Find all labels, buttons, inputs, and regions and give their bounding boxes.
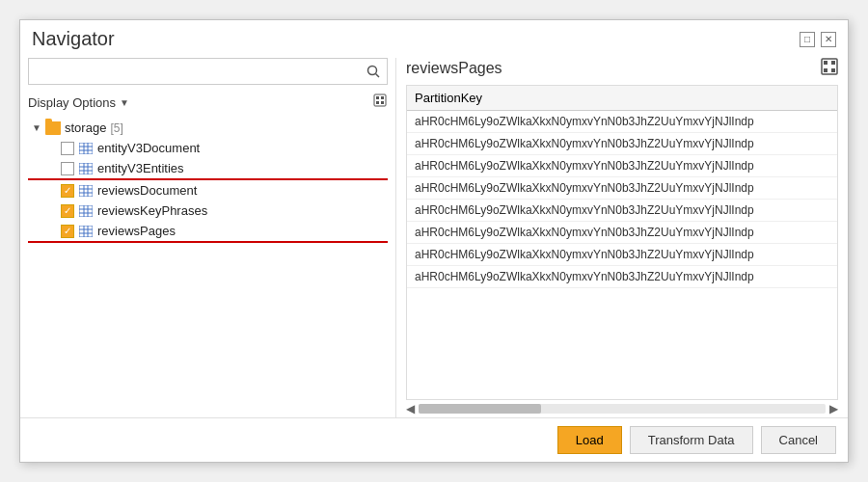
svg-line-1 [376, 74, 380, 78]
table-cell: aHR0cHM6Ly9oZWlkaXkxN0ymxvYnN0b3JhZ2UuYm… [407, 266, 837, 288]
reviewsDocument-label: reviewsDocument [97, 183, 197, 198]
table-cell: aHR0cHM6Ly9oZWlkaXkxN0ymxvYnN0b3JhZ2UuYm… [407, 111, 837, 133]
table-cell: aHR0cHM6Ly9oZWlkaXkxN0ymxvYnN0b3JhZ2UuYm… [407, 222, 837, 244]
table-row[interactable]: aHR0cHM6Ly9oZWlkaXkxN0ymxvYnN0b3JhZ2UuYm… [407, 222, 837, 244]
dialog-title: Navigator [32, 28, 115, 50]
svg-rect-7 [79, 143, 93, 154]
table-cell: aHR0cHM6Ly9oZWlkaXkxN0ymxvYnN0b3JhZ2UuYm… [407, 200, 837, 222]
reviewsKeyPhrases-label: reviewsKeyPhrases [97, 203, 207, 218]
footer: Load Transform Data Cancel [20, 417, 848, 462]
entityV3Entities-label: entityV3Entities [97, 161, 184, 175]
svg-rect-4 [376, 101, 379, 104]
refresh-button[interactable] [372, 93, 388, 112]
display-options-label: Display Options [28, 95, 116, 110]
checkbox-reviewsPages[interactable]: ✓ [61, 225, 74, 238]
reviewsPages-label: reviewsPages [97, 224, 176, 238]
table-icon [78, 142, 94, 155]
checkbox-reviewsKeyPhrases[interactable]: ✓ [61, 204, 74, 218]
table-row[interactable]: aHR0cHM6Ly9oZWlkaXkxN0ymxvYnN0b3JhZ2UuYm… [407, 177, 837, 200]
svg-rect-17 [79, 185, 93, 197]
preview-refresh-button[interactable] [821, 58, 838, 79]
table-icon [78, 225, 94, 238]
load-button[interactable]: Load [557, 426, 622, 454]
preview-refresh-icon [821, 58, 838, 75]
tree-item-reviewsDocument[interactable]: ✓ reviewsDocument [28, 180, 388, 201]
table-icon [78, 204, 94, 218]
search-bar [28, 58, 388, 85]
preview-header: reviewsPages [406, 58, 838, 79]
display-options-button[interactable]: Display Options ▼ [28, 95, 129, 110]
scroll-track[interactable] [419, 404, 826, 414]
title-bar: Navigator □ ✕ [20, 20, 848, 50]
scroll-left-arrow[interactable]: ◀ [406, 402, 415, 415]
svg-rect-3 [376, 96, 379, 99]
svg-rect-6 [381, 101, 384, 104]
search-button[interactable] [360, 58, 387, 85]
table-cell: aHR0cHM6Ly9oZWlkaXkxN0ymxvYnN0b3JhZ2UuYm… [407, 244, 837, 266]
table-row[interactable]: aHR0cHM6Ly9oZWlkaXkxN0ymxvYnN0b3JhZ2UuYm… [407, 111, 837, 133]
tree-item-storage[interactable]: ▼ storage [5] [28, 118, 388, 138]
svg-rect-34 [824, 68, 827, 72]
svg-rect-33 [824, 61, 827, 65]
navigator-dialog: Navigator □ ✕ Display Opti [19, 19, 849, 463]
expand-arrow-icon: ▼ [32, 122, 45, 133]
storage-label: storage [65, 120, 106, 135]
data-table-wrapper[interactable]: PartitionKey aHR0cHM6Ly9oZWlkaXkxN0ymxvY… [406, 85, 838, 400]
table-cell: aHR0cHM6Ly9oZWlkaXkxN0ymxvYnN0b3JhZ2UuYm… [407, 155, 837, 177]
tree-area: ▼ storage [5] [28, 118, 388, 417]
table-cell: aHR0cHM6Ly9oZWlkaXkxN0ymxvYnN0b3JhZ2UuYm… [407, 133, 837, 155]
checkbox-entityV3Document[interactable] [61, 142, 74, 155]
svg-rect-27 [79, 226, 93, 237]
chevron-down-icon: ▼ [120, 97, 129, 108]
table-icon [78, 184, 94, 198]
tree-item-entityV3Entities[interactable]: entityV3Entities [28, 158, 388, 178]
entityV3Document-label: entityV3Document [97, 141, 200, 155]
scroll-right-arrow[interactable]: ▶ [829, 402, 838, 415]
svg-rect-22 [79, 205, 93, 217]
display-options-row: Display Options ▼ [28, 93, 388, 112]
selected-items-box: ✓ reviewsDocument [28, 178, 388, 243]
table-row[interactable]: aHR0cHM6Ly9oZWlkaXkxN0ymxvYnN0b3JhZ2UuYm… [407, 200, 837, 222]
left-panel: Display Options ▼ ▼ [20, 58, 396, 417]
preview-title: reviewsPages [406, 60, 502, 77]
search-input[interactable] [29, 65, 360, 79]
table-row[interactable]: aHR0cHM6Ly9oZWlkaXkxN0ymxvYnN0b3JhZ2UuYm… [407, 266, 837, 288]
storage-badge: [5] [110, 121, 122, 135]
right-panel: reviewsPages PartitionKey [396, 58, 848, 417]
folder-icon [45, 121, 61, 135]
refresh-icon [372, 93, 388, 108]
scroll-thumb[interactable] [419, 404, 541, 414]
svg-rect-5 [381, 96, 384, 99]
svg-point-0 [368, 67, 377, 75]
table-row[interactable]: aHR0cHM6Ly9oZWlkaXkxN0ymxvYnN0b3JhZ2UuYm… [407, 133, 837, 155]
data-table: PartitionKey aHR0cHM6Ly9oZWlkaXkxN0ymxvY… [407, 86, 837, 288]
svg-rect-12 [79, 163, 93, 174]
svg-rect-35 [831, 61, 835, 65]
cancel-button[interactable]: Cancel [761, 426, 836, 454]
search-icon [366, 65, 380, 78]
window-controls: □ ✕ [800, 32, 836, 47]
dialog-body: Display Options ▼ ▼ [20, 50, 848, 417]
horizontal-scrollbar[interactable]: ◀ ▶ [406, 400, 838, 417]
minimize-button[interactable]: □ [800, 32, 815, 47]
close-button[interactable]: ✕ [821, 32, 836, 47]
svg-rect-36 [831, 68, 835, 72]
tree-item-entityV3Document[interactable]: entityV3Document [28, 138, 388, 158]
table-cell: aHR0cHM6Ly9oZWlkaXkxN0ymxvYnN0b3JhZ2UuYm… [407, 177, 837, 200]
table-row[interactable]: aHR0cHM6Ly9oZWlkaXkxN0ymxvYnN0b3JhZ2UuYm… [407, 155, 837, 177]
checkbox-reviewsDocument[interactable]: ✓ [61, 184, 74, 198]
tree-item-reviewsPages[interactable]: ✓ reviewsPages [28, 221, 388, 241]
column-header-partitionkey: PartitionKey [407, 86, 837, 111]
table-icon [78, 162, 94, 175]
checkbox-entityV3Entities[interactable] [61, 162, 74, 175]
tree-item-reviewsKeyPhrases[interactable]: ✓ reviewsKeyPhrases [28, 201, 388, 221]
transform-data-button[interactable]: Transform Data [630, 426, 753, 454]
svg-rect-2 [374, 94, 386, 106]
table-row[interactable]: aHR0cHM6Ly9oZWlkaXkxN0ymxvYnN0b3JhZ2UuYm… [407, 244, 837, 266]
